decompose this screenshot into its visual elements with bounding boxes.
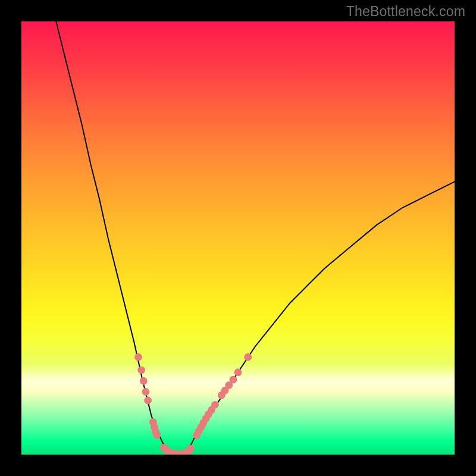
data-marker [187, 444, 195, 452]
data-marker [144, 397, 152, 405]
data-marker [142, 388, 150, 396]
data-marker [211, 401, 219, 409]
bottleneck-curve [56, 21, 455, 455]
chart-overlay [21, 21, 455, 455]
data-marker [140, 377, 148, 385]
data-marker [153, 431, 161, 439]
data-marker [230, 376, 237, 384]
plot-area [21, 21, 455, 455]
data-marker [137, 367, 145, 374]
data-marker [234, 368, 242, 376]
curve-path [56, 21, 455, 455]
watermark-text: TheBottleneck.com [346, 4, 465, 20]
data-marker [244, 353, 252, 361]
chart-frame: TheBottleneck.com [0, 0, 476, 476]
data-marker [134, 353, 142, 361]
